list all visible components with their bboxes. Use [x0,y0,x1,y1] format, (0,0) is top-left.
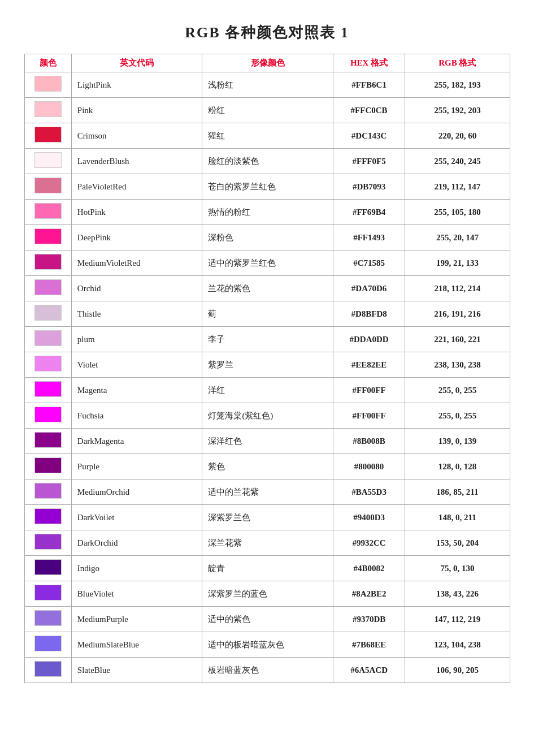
table-row: Indigo靛青#4B008275, 0, 130 [24,556,510,581]
table-row: MediumPurple适中的紫色#9370DB147, 112, 219 [24,607,510,632]
color-rgb: 255, 182, 193 [405,72,510,98]
table-row: Pink粉红#FFC0CB255, 192, 203 [24,98,510,123]
color-chinese: 适中的板岩暗蓝灰色 [202,632,333,658]
color-hex: #7B68EE [333,632,405,658]
color-swatch [34,203,62,219]
color-hex: #9400D3 [333,505,405,530]
color-name: Pink [71,98,202,123]
table-row: Fuchsia灯笼海棠(紫红色)#FF00FF255, 0, 255 [24,403,510,429]
color-rgb: 255, 0, 255 [405,378,510,403]
color-name: DarkOrchid [71,530,202,556]
swatch-cell [24,72,71,98]
color-swatch [34,483,62,499]
color-hex: #C71585 [333,250,405,276]
swatch-cell [24,607,71,632]
color-hex: #DA70D6 [333,276,405,301]
color-chinese: 浅粉红 [202,72,333,98]
color-chinese: 李子 [202,327,333,352]
page-title: RGB 各种颜色对照表 1 [185,23,349,42]
color-hex: #6A5ACD [333,658,405,683]
header-hex: HEX 格式 [333,54,405,72]
color-chinese: 深兰花紫 [202,530,333,556]
color-chinese: 猩红 [202,123,333,149]
color-hex: #FFC0CB [333,98,405,123]
color-hex: #EE82EE [333,352,405,378]
color-rgb: 128, 0, 128 [405,454,510,479]
color-chinese: 深洋红色 [202,429,333,454]
table-row: DarkVoilet深紫罗兰色#9400D3148, 0, 211 [24,505,510,530]
table-row: Crimson猩红#DC143C220, 20, 60 [24,123,510,149]
color-rgb: 218, 112, 214 [405,276,510,301]
swatch-cell [24,505,71,530]
color-hex: #FF69B4 [333,200,405,225]
color-name: MediumSlateBlue [71,632,202,658]
swatch-cell [24,174,71,200]
swatch-cell [24,632,71,658]
color-swatch [34,127,62,142]
color-name: HotPink [71,200,202,225]
table-row: MediumOrchid适中的兰花紫#BA55D3186, 85, 211 [24,479,510,505]
color-name: Indigo [71,556,202,581]
color-swatch [34,636,62,651]
color-swatch [34,279,62,295]
color-chinese: 粉红 [202,98,333,123]
color-swatch [34,610,62,626]
color-name: Crimson [71,123,202,149]
color-hex: #8A2BE2 [333,581,405,607]
table-row: Orchid兰花的紫色#DA70D6218, 112, 214 [24,276,510,301]
color-name: LavenderBlush [71,149,202,174]
color-rgb: 106, 90, 205 [405,658,510,683]
color-chinese: 紫罗兰 [202,352,333,378]
color-rgb: 255, 192, 203 [405,98,510,123]
swatch-cell [24,530,71,556]
color-hex: #FF1493 [333,225,405,250]
table-row: LightPink浅粉红#FFB6C1255, 182, 193 [24,72,510,98]
color-hex: #9370DB [333,607,405,632]
color-chinese: 适中的紫罗兰红色 [202,250,333,276]
color-rgb: 186, 85, 211 [405,479,510,505]
color-swatch [34,330,62,346]
color-swatch [34,254,62,270]
color-hex: #9932CC [333,530,405,556]
color-rgb: 220, 20, 60 [405,123,510,149]
color-chinese: 脸红的淡紫色 [202,149,333,174]
table-row: PaleVioletRed苍白的紫罗兰红色#DB7093219, 112, 14… [24,174,510,200]
color-table: 颜色 英文代码 形像颜色 HEX 格式 RGB 格式 LightPink浅粉红#… [24,54,510,683]
color-hex: #DB7093 [333,174,405,200]
table-row: plum李子#DDA0DD221, 160, 221 [24,327,510,352]
table-row: HotPink热情的粉红#FF69B4255, 105, 180 [24,200,510,225]
color-swatch [34,508,62,524]
swatch-cell [24,479,71,505]
table-row: Thistle蓟#D8BFD8216, 191, 216 [24,301,510,327]
color-rgb: 255, 105, 180 [405,200,510,225]
color-swatch [34,432,62,448]
color-name: Violet [71,352,202,378]
color-hex: #D8BFD8 [333,301,405,327]
color-rgb: 148, 0, 211 [405,505,510,530]
color-rgb: 75, 0, 130 [405,556,510,581]
header-swatch: 颜色 [24,54,71,72]
color-name: plum [71,327,202,352]
color-swatch [34,661,62,677]
color-name: MediumVioletRed [71,250,202,276]
swatch-cell [24,429,71,454]
color-name: SlateBlue [71,658,202,683]
table-row: Magenta洋红#FF00FF255, 0, 255 [24,378,510,403]
color-rgb: 221, 160, 221 [405,327,510,352]
swatch-cell [24,454,71,479]
swatch-cell [24,149,71,174]
color-chinese: 洋红 [202,378,333,403]
color-name: Fuchsia [71,403,202,429]
color-hex: #FF00FF [333,403,405,429]
color-hex: #800080 [333,454,405,479]
table-row: BlueViolet深紫罗兰的蓝色#8A2BE2138, 43, 226 [24,581,510,607]
swatch-cell [24,403,71,429]
color-chinese: 灯笼海棠(紫红色) [202,403,333,429]
swatch-cell [24,200,71,225]
color-hex: #DC143C [333,123,405,149]
color-swatch [34,152,62,168]
color-rgb: 123, 104, 238 [405,632,510,658]
color-name: Purple [71,454,202,479]
color-swatch [34,559,62,575]
color-hex: #FFF0F5 [333,149,405,174]
